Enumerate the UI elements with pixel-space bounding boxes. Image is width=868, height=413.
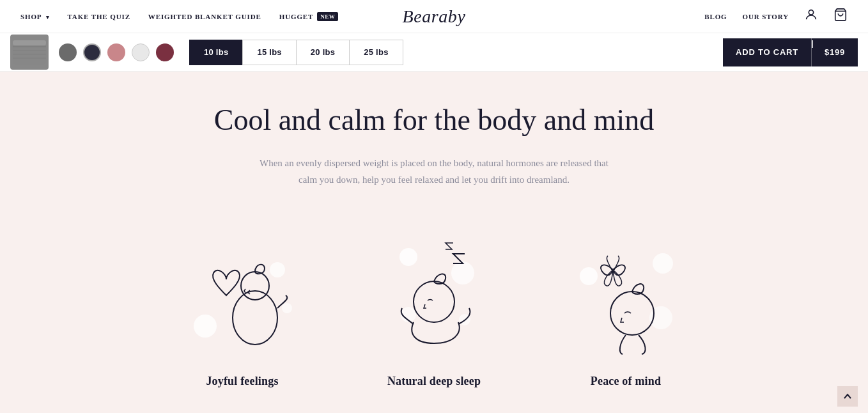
swatch-white[interactable] xyxy=(132,43,150,61)
sleep-illustration xyxy=(370,219,498,359)
feature-joyful-label: Joyful feelings xyxy=(206,375,278,388)
svg-point-0 xyxy=(809,10,813,15)
header: SHOP ▾ TAKE THE QUIZ WEIGHTED BLANKET GU… xyxy=(0,0,868,33)
feature-joyful: Joyful feelings xyxy=(172,219,313,388)
nav-shop[interactable]: SHOP ▾ xyxy=(20,13,49,20)
header-nav-left: SHOP ▾ TAKE THE QUIZ WEIGHTED BLANKET GU… xyxy=(20,12,338,21)
feature-sleep: Natural deep sleep xyxy=(364,219,504,388)
color-swatches xyxy=(59,43,174,61)
sticky-product-bar: 10 lbs 15 lbs 20 lbs 25 lbs ADD TO CART … xyxy=(0,33,868,72)
svg-rect-3 xyxy=(13,40,46,45)
feature-peace-label: Peace of mind xyxy=(591,375,661,388)
main-content: Cool and calm for the body and mind When… xyxy=(0,72,868,413)
add-to-cart-label: ADD TO CART xyxy=(723,47,811,57)
scroll-to-top-button[interactable] xyxy=(837,386,858,407)
swatch-navy[interactable] xyxy=(83,43,101,61)
swatch-blush[interactable] xyxy=(107,43,125,61)
svg-point-11 xyxy=(233,291,277,345)
product-thumbnail xyxy=(10,35,49,70)
svg-point-23 xyxy=(610,292,654,335)
site-logo[interactable]: Bearaby xyxy=(403,6,466,27)
user-icon[interactable] xyxy=(804,8,818,25)
new-badge: NEW xyxy=(317,12,338,21)
svg-point-16 xyxy=(451,261,474,284)
cart-icon[interactable] xyxy=(833,8,848,25)
svg-point-19 xyxy=(414,281,454,322)
section-subtitle: When an evenly dispersed weight is place… xyxy=(255,155,613,188)
svg-point-9 xyxy=(270,262,285,277)
weight-options: 10 lbs 15 lbs 20 lbs 25 lbs xyxy=(189,40,403,65)
nav-hugget[interactable]: HUGGET NEW xyxy=(279,12,338,21)
peace-illustration xyxy=(562,219,690,359)
swatch-merlot[interactable] xyxy=(156,43,174,61)
feature-sleep-label: Natural deep sleep xyxy=(387,375,481,388)
svg-point-12 xyxy=(241,272,269,300)
nav-weighted-blanket-guide[interactable]: WEIGHTED BLANKET GUIDE xyxy=(148,13,261,20)
weight-20lbs[interactable]: 20 lbs xyxy=(296,40,349,65)
weight-10lbs[interactable]: 10 lbs xyxy=(189,40,242,65)
nav-blog[interactable]: BLOG xyxy=(704,13,727,20)
add-to-cart-button[interactable]: ADD TO CART | $199 xyxy=(723,38,858,66)
swatch-charcoal[interactable] xyxy=(59,43,77,61)
svg-point-20 xyxy=(580,267,598,285)
weight-15lbs[interactable]: 15 lbs xyxy=(242,40,295,65)
nav-take-the-quiz[interactable]: TAKE THE QUIZ xyxy=(67,13,130,20)
chevron-down-icon: ▾ xyxy=(46,14,50,20)
nav-our-story[interactable]: OUR STORY xyxy=(743,13,789,20)
header-nav-right: BLOG OUR STORY xyxy=(704,8,848,25)
price-label: $199 xyxy=(812,47,858,57)
svg-point-8 xyxy=(194,315,217,338)
svg-point-10 xyxy=(282,303,292,313)
section-title: Cool and calm for the body and mind xyxy=(210,102,658,137)
weight-25lbs[interactable]: 25 lbs xyxy=(349,40,403,65)
features-row: Joyful feelings xyxy=(20,219,848,388)
svg-point-15 xyxy=(399,248,417,266)
feature-peace: Peace of mind xyxy=(555,219,696,388)
svg-point-21 xyxy=(653,253,673,274)
joyful-illustration xyxy=(178,219,306,359)
